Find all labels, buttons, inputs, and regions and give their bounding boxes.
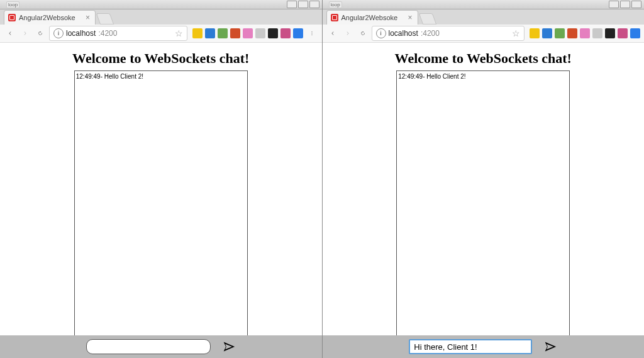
back-button[interactable]: [4, 27, 16, 40]
address-bar[interactable]: i localhost:4200 ☆: [372, 26, 525, 41]
window-hint: loop: [329, 1, 342, 8]
extensions-tray: [192, 28, 303, 38]
chat-log[interactable]: 12:49:49- Hello Client 2!: [396, 70, 570, 335]
close-window-button[interactable]: [631, 1, 641, 8]
extension-icon[interactable]: [542, 28, 552, 38]
tab-title: Angular2Websoke: [341, 14, 398, 21]
chat-message: 12:49:49- Hello Client 2!: [76, 72, 246, 81]
extension-icon[interactable]: [605, 28, 615, 38]
url-host: localhost: [66, 29, 96, 38]
forward-button[interactable]: [19, 27, 31, 40]
back-button[interactable]: [326, 27, 339, 40]
extension-icon[interactable]: [580, 28, 590, 38]
angular-favicon-icon: [8, 14, 16, 21]
chat-log[interactable]: 12:49:49- Hello Client 2!: [74, 70, 248, 335]
minimize-button[interactable]: [609, 1, 619, 8]
new-tab-button[interactable]: [418, 13, 436, 25]
window-titlebar: loop: [323, 0, 645, 9]
extension-icon[interactable]: [205, 28, 215, 38]
address-bar[interactable]: i localhost:4200 ☆: [49, 26, 187, 41]
extensions-tray: [530, 28, 640, 38]
url-host: localhost: [389, 29, 418, 38]
extension-icon[interactable]: [567, 28, 577, 38]
extension-icon[interactable]: [630, 28, 640, 38]
extension-icon[interactable]: [268, 28, 278, 38]
reload-button[interactable]: [357, 27, 369, 40]
tab-title: Angular2Websoke: [19, 14, 75, 21]
extension-icon[interactable]: [230, 28, 240, 38]
site-info-icon[interactable]: i: [53, 28, 64, 38]
extension-icon[interactable]: [255, 28, 265, 38]
extension-icon[interactable]: [592, 28, 602, 38]
chat-composer: [323, 335, 645, 358]
window-titlebar: loop: [0, 0, 322, 9]
url-path: :4200: [98, 29, 117, 38]
maximize-button[interactable]: [298, 1, 308, 8]
window-hint: loop: [6, 1, 19, 8]
page-viewport: Welcome to WebSockets chat! 12:49:49- He…: [0, 43, 322, 335]
chat-composer: [0, 335, 322, 358]
extension-icon[interactable]: [293, 28, 303, 38]
bookmark-star-icon[interactable]: ☆: [175, 28, 183, 38]
tab-close-icon[interactable]: ×: [86, 14, 90, 21]
angular-favicon-icon: [331, 14, 338, 21]
url-path: :4200: [421, 29, 440, 38]
chat-message: 12:49:49- Hello Client 2!: [398, 72, 568, 81]
minimize-button[interactable]: [287, 1, 297, 8]
browser-toolbar: i localhost:4200 ☆: [0, 25, 322, 43]
tab-strip: Angular2Websoke ×: [323, 9, 645, 25]
browser-window-left: loop Angular2Websoke × i localhost:4200 …: [0, 0, 323, 358]
close-window-button[interactable]: [309, 1, 319, 8]
send-button[interactable]: [543, 340, 557, 354]
extension-icon[interactable]: [555, 28, 565, 38]
site-info-icon[interactable]: i: [376, 28, 386, 38]
extension-icon[interactable]: [280, 28, 291, 38]
extension-icon[interactable]: [218, 28, 228, 38]
paper-plane-icon: [223, 340, 235, 353]
browser-toolbar: i localhost:4200 ☆: [323, 25, 645, 43]
svg-point-2: [311, 35, 312, 35]
message-input[interactable]: [409, 339, 532, 354]
maximize-button[interactable]: [620, 1, 630, 8]
svg-point-1: [311, 33, 312, 33]
browser-tab[interactable]: Angular2Websoke ×: [4, 10, 96, 25]
reload-button[interactable]: [34, 27, 47, 40]
extension-icon[interactable]: [618, 28, 628, 38]
extension-icon[interactable]: [530, 28, 540, 38]
extension-icon[interactable]: [243, 28, 253, 38]
page-title: Welcome to WebSockets chat!: [323, 50, 645, 67]
menu-button[interactable]: [306, 27, 318, 40]
browser-tab[interactable]: Angular2Websoke ×: [326, 10, 418, 25]
tab-close-icon[interactable]: ×: [408, 14, 412, 21]
page-title: Welcome to WebSockets chat!: [0, 50, 322, 67]
new-tab-button[interactable]: [96, 13, 114, 25]
paper-plane-icon: [544, 340, 557, 353]
extension-icon[interactable]: [192, 28, 203, 38]
bookmark-star-icon[interactable]: ☆: [512, 28, 520, 38]
browser-window-right: loop Angular2Websoke × i localhost:4200 …: [323, 0, 645, 358]
tab-strip: Angular2Websoke ×: [0, 9, 322, 25]
page-viewport: Welcome to WebSockets chat! 12:49:49- He…: [323, 43, 645, 335]
send-button[interactable]: [222, 340, 236, 354]
forward-button[interactable]: [341, 27, 354, 40]
message-input[interactable]: [86, 339, 211, 354]
svg-point-0: [311, 31, 312, 32]
